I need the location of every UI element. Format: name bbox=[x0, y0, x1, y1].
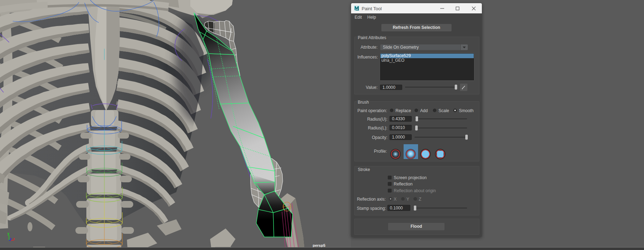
svg-text:y: y bbox=[7, 232, 10, 236]
svg-text:x: x bbox=[13, 237, 15, 240]
svg-text:z: z bbox=[10, 237, 12, 240]
